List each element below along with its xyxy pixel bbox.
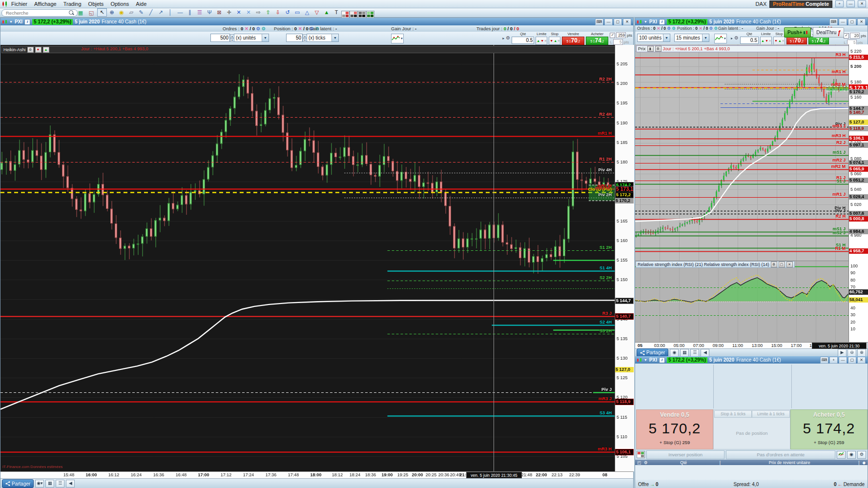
order-window-titlebar[interactable]: ▼ PXI i 5 172,2 (+3,29%) 5 juin 2020 Fra… (635, 356, 868, 364)
scroll-right-icon[interactable]: ▶ (838, 349, 847, 357)
workspace-tab-dax[interactable]: DAX (756, 1, 767, 7)
ticks-input[interactable] (286, 34, 303, 42)
menu-options[interactable]: Options (110, 1, 129, 7)
stop-order-button[interactable]: ▼▲≡ (549, 37, 560, 45)
left-time-axis[interactable]: ven. 5 juin 2020 21:30:45 15:4816:0016:1… (0, 471, 633, 479)
collapse-icon[interactable]: ▸ (731, 36, 733, 41)
pin-icon[interactable]: + (829, 357, 838, 364)
stop-checkbox[interactable]: ✓ (844, 33, 849, 39)
menu-fichier[interactable]: Fichier (11, 1, 27, 7)
tool-triangle-icon[interactable]: △ (302, 8, 312, 17)
chevron-down-icon[interactable]: ▼ (9, 20, 13, 23)
units-stepper[interactable]: ▴▾ (210, 34, 234, 42)
column-qty[interactable]: Qté (651, 460, 717, 465)
limit-order-button[interactable]: ▲▼≡ (760, 37, 772, 45)
tool-vertical-line-icon[interactable]: │ (165, 8, 175, 17)
close-icon[interactable]: ✕ (857, 19, 866, 25)
zoom-in-icon[interactable]: ⊕ (857, 349, 866, 357)
grid-style-icon[interactable] (637, 451, 645, 458)
column-cost-price[interactable]: Prix de revient unitaire (723, 460, 855, 465)
tool-paint-icon[interactable]: ✚ (224, 8, 234, 17)
tool-arrow-right-icon[interactable]: ⇨ (253, 8, 263, 17)
ticks-stepper[interactable]: ▴▾ (286, 34, 307, 42)
rsi-pane[interactable] (635, 261, 848, 343)
resize-icon[interactable]: ◰ (637, 460, 641, 465)
dealthru-button[interactable]: DealThruƒ (813, 27, 844, 38)
keyboard-icon[interactable]: ⌨ (820, 357, 828, 364)
units-select[interactable]: 100 unités▼ (637, 34, 670, 42)
stop-points-input[interactable]: 259 (616, 32, 626, 38)
search-input[interactable] (1, 9, 78, 17)
wrench-icon[interactable]: ⚙ (771, 262, 777, 267)
wrench-icon[interactable]: ⚙ (734, 35, 739, 41)
tool-fibonacci-icon[interactable]: ☰ (195, 8, 205, 17)
tool-rectangle-icon[interactable]: ▭ (292, 8, 302, 17)
ticks-mode-select[interactable]: (x) ticks▼ (307, 34, 339, 42)
chart-icon[interactable] (837, 451, 846, 459)
right-chart-area[interactable] (635, 44, 848, 261)
tool-wedge-up-icon[interactable]: ▲ (322, 8, 331, 17)
order-book-icon[interactable]: ☰ (56, 480, 64, 488)
limit-1tick-button[interactable]: Limite à 1 ticks (752, 410, 790, 418)
tool-fork-icon[interactable]: Ψ (205, 8, 214, 17)
chart-settings-button[interactable]: ▼ (714, 34, 727, 43)
zoom-out-icon[interactable]: ⊖ (847, 349, 856, 357)
stop-1tick-button[interactable]: Stop à 1 ticks (714, 410, 752, 418)
wrench-icon[interactable]: ⚙ (857, 451, 866, 459)
tool-arrow-down-icon[interactable]: ⇩ (273, 8, 283, 17)
maximize-icon[interactable]: ▢ (614, 19, 622, 25)
left-chart-area[interactable] (0, 45, 615, 471)
units-mode-select[interactable]: (x) unités▼ (234, 34, 269, 42)
qr-code-icon[interactable]: ▦ (45, 480, 54, 488)
menu-affichage[interactable]: Affichage (34, 1, 57, 7)
maximize-icon[interactable]: ▢ (848, 19, 856, 25)
minimize-icon[interactable]: — (839, 357, 847, 364)
rsi-header[interactable]: Relative strength index (RSI) (21) Relat… (636, 261, 795, 268)
right-chart-canvas[interactable] (635, 44, 848, 261)
contacts-icon[interactable]: ◉ (670, 349, 679, 357)
close-icon[interactable]: ✕ (623, 19, 631, 25)
big-buy-button[interactable]: Acheter 0,5 5 174,2 + Stop (G) 259 (790, 409, 868, 449)
tool-horizontal-line-icon[interactable]: ― (175, 8, 185, 17)
limit-points-input[interactable]: 5 (613, 39, 623, 45)
chart-settings-button[interactable]: ▼ (391, 34, 404, 43)
keyboard-icon[interactable]: ⌨ (829, 19, 838, 25)
quantity-input[interactable] (512, 37, 534, 44)
tool-ruler-icon[interactable]: ▱ (126, 8, 136, 17)
minimize-icon[interactable]: — (847, 0, 855, 7)
tool-style-2-icon[interactable] (350, 11, 358, 18)
tool-segment-icon[interactable]: ╱ (146, 8, 156, 17)
tool-text-icon[interactable]: T (331, 8, 341, 17)
tool-cursor-icon[interactable]: ↖ (97, 8, 107, 17)
scroll-left-icon[interactable]: ◀ (701, 349, 709, 357)
chevron-down-icon[interactable]: ▼ (644, 358, 647, 362)
rsi-canvas[interactable] (635, 261, 848, 343)
tool-style-4-icon[interactable] (366, 11, 374, 18)
contacts-icon[interactable]: ◉ (847, 451, 856, 459)
wrench-icon[interactable]: ⚙ (506, 35, 510, 41)
buy-button[interactable]: 5 174,2 (586, 37, 608, 45)
minimize-icon[interactable]: — (604, 19, 613, 25)
tool-lasso-icon[interactable]: ↺ (283, 8, 292, 17)
right-time-axis[interactable]: ven. 5 juin 2020 21:30 0503:0005:0007:00… (635, 342, 868, 349)
maximize-icon[interactable]: ▢ (848, 357, 856, 364)
tool-style-1-icon[interactable] (341, 11, 350, 18)
info-icon[interactable]: i (659, 357, 665, 363)
right-window-titlebar[interactable]: ▼ PXI i 5 172,2 (+3,29%) 5 juin 2020 Fra… (635, 18, 868, 25)
limit-order-button[interactable]: ▲▼≡ (536, 37, 547, 45)
contacts-icon[interactable]: ◉▾ (35, 480, 44, 488)
keyboard-icon[interactable]: ⌨ (595, 19, 603, 25)
tool-wedge-down-icon[interactable]: ▽ (312, 8, 322, 17)
minimize-icon[interactable]: — (839, 19, 847, 25)
chevron-down-icon[interactable]: ▼ (331, 34, 338, 41)
stop-order-button[interactable]: ▼▲≡ (773, 37, 785, 45)
chevron-down-icon[interactable]: ▼ (644, 20, 647, 23)
timeframe-select[interactable]: 15 minutes▼ (674, 34, 709, 42)
tool-zoom-icon[interactable]: ⊕ (107, 8, 117, 17)
chevron-down-icon[interactable]: ▼ (262, 34, 269, 41)
collapse-icon[interactable]: ▸ (502, 36, 504, 41)
right-price-axis[interactable]: 5 2205 2005 1805 1605 1405 1205 1005 080… (848, 44, 868, 261)
tool-cross-blue-icon[interactable]: ✕ (234, 8, 244, 17)
close-icon[interactable]: ✕ (858, 0, 866, 7)
window-list-icon[interactable]: ▦ (76, 9, 85, 17)
